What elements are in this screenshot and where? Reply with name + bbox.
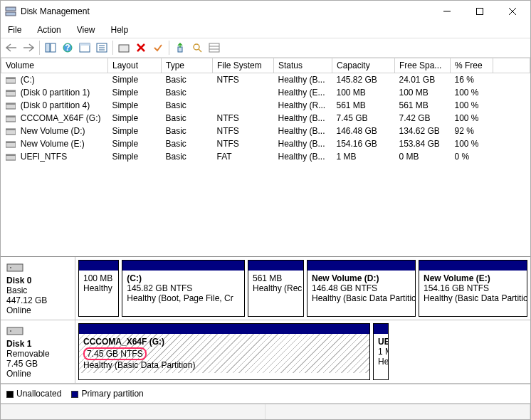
column-headers[interactable]: Volume Layout Type File System Status Ca… — [1, 58, 530, 73]
col-type[interactable]: Type — [162, 58, 213, 73]
svg-text:?: ? — [65, 43, 70, 53]
disk0-part-0[interactable]: 100 MBHealthy — [78, 260, 119, 317]
col-fs[interactable]: File System — [213, 58, 274, 73]
refresh-button[interactable] — [77, 40, 93, 56]
svg-rect-19 — [178, 47, 182, 52]
disk0-part-d[interactable]: New Volume (D:)146.48 GB NTFSHealthy (Ba… — [307, 260, 416, 317]
disk1-part-uefi[interactable]: UE1 MHe — [373, 323, 389, 380]
title-bar: Disk Management — [1, 1, 530, 22]
back-button[interactable] — [4, 40, 19, 56]
delete-button[interactable] — [133, 40, 149, 56]
create-vhd-button[interactable] — [116, 40, 132, 56]
minimize-button[interactable] — [431, 1, 463, 21]
svg-rect-6 — [46, 43, 50, 52]
disk0-part-e[interactable]: New Volume (E:)154.16 GB NTFSHealthy (Ba… — [419, 260, 527, 317]
help-button[interactable]: ? — [60, 40, 75, 56]
menu-help[interactable]: Help — [108, 23, 132, 36]
svg-rect-3 — [477, 9, 483, 15]
menu-file[interactable]: File — [5, 23, 24, 36]
col-free[interactable]: Free Spa... — [395, 58, 451, 73]
volume-row[interactable]: New Volume (E:)SimpleBasicNTFSHealthy (B… — [1, 137, 530, 150]
volume-list[interactable]: Volume Layout Type File System Status Ca… — [1, 58, 530, 163]
svg-rect-7 — [51, 43, 56, 52]
col-pct[interactable]: % Free — [451, 58, 493, 73]
removable-icon — [6, 325, 23, 337]
svg-rect-16 — [119, 45, 129, 52]
volume-row[interactable]: (Disk 0 partition 4)SimpleBasicHealthy (… — [1, 99, 530, 112]
svg-rect-41 — [7, 327, 23, 335]
highlighted-size: 7.45 GB NTFS — [83, 347, 147, 360]
svg-rect-28 — [6, 90, 16, 92]
disk-0-label[interactable]: Disk 0 Basic 447.12 GB Online — [1, 257, 75, 320]
svg-rect-30 — [6, 103, 16, 105]
maximize-button[interactable] — [463, 1, 496, 21]
svg-rect-1 — [6, 12, 16, 16]
svg-point-42 — [10, 330, 11, 332]
svg-rect-0 — [6, 7, 16, 11]
svg-rect-11 — [80, 43, 90, 46]
disk1-part-g[interactable]: CCCOMA_X64F (G:) 7.45 GB NTFS Healthy (B… — [78, 323, 370, 380]
app-icon — [5, 6, 16, 17]
disk0-part-recovery[interactable]: 561 MBHealthy (Rec — [248, 260, 304, 317]
forward-button[interactable] — [21, 40, 36, 56]
legend: Unallocated Primary partition — [1, 384, 530, 404]
disk-1-label[interactable]: Disk 1 Removable 7.45 GB Online — [1, 320, 75, 383]
menu-action[interactable]: Action — [34, 23, 63, 36]
svg-rect-36 — [6, 142, 16, 143]
svg-rect-34 — [6, 129, 16, 130]
status-bar — [1, 404, 530, 419]
svg-rect-38 — [6, 154, 16, 156]
svg-rect-32 — [6, 116, 16, 117]
svg-point-20 — [194, 44, 199, 50]
col-capacity[interactable]: Capacity — [332, 58, 395, 73]
disk-1-row[interactable]: Disk 1 Removable 7.45 GB Online CCCOMA_X… — [1, 320, 530, 384]
show-hide-button[interactable] — [43, 40, 58, 56]
svg-rect-39 — [7, 264, 23, 271]
menu-view[interactable]: View — [74, 23, 98, 36]
volume-row[interactable]: New Volume (D:)SimpleBasicNTFSHealthy (B… — [1, 125, 530, 137]
list-gap — [1, 163, 530, 257]
list-view-button[interactable] — [206, 40, 222, 56]
hdd-icon — [6, 261, 23, 274]
legend-unallocated: Unallocated — [6, 389, 61, 399]
legend-primary: Primary partition — [71, 389, 143, 399]
attach-vhd-button[interactable] — [172, 40, 188, 56]
col-layout[interactable]: Layout — [108, 58, 162, 73]
window-title: Disk Management — [21, 6, 431, 16]
toolbar: ? — [1, 38, 530, 58]
close-button[interactable] — [496, 1, 529, 21]
volume-row[interactable]: (Disk 0 partition 1)SimpleBasicHealthy (… — [1, 86, 530, 99]
volume-row[interactable]: (C:)SimpleBasicNTFSHealthy (B...145.82 G… — [1, 73, 530, 87]
apply-button[interactable] — [150, 40, 166, 56]
svg-point-40 — [10, 267, 11, 268]
col-status[interactable]: Status — [274, 58, 332, 73]
disk-0-row[interactable]: Disk 0 Basic 447.12 GB Online 100 MBHeal… — [1, 257, 530, 320]
svg-line-21 — [199, 49, 201, 52]
settings-button[interactable] — [94, 40, 110, 56]
volume-row[interactable]: UEFI_NTFSSimpleBasicFATHealthy (B...1 MB… — [1, 150, 530, 163]
svg-rect-26 — [6, 78, 16, 79]
svg-rect-22 — [209, 43, 219, 52]
col-volume[interactable]: Volume — [1, 58, 108, 73]
menu-bar: File Action View Help — [1, 22, 530, 38]
volume-row[interactable]: CCCOMA_X64F (G:)SimpleBasicNTFSHealthy (… — [1, 112, 530, 125]
disk0-part-c[interactable]: (C:)145.82 GB NTFSHealthy (Boot, Page Fi… — [122, 260, 245, 317]
rescan-button[interactable] — [189, 40, 205, 56]
